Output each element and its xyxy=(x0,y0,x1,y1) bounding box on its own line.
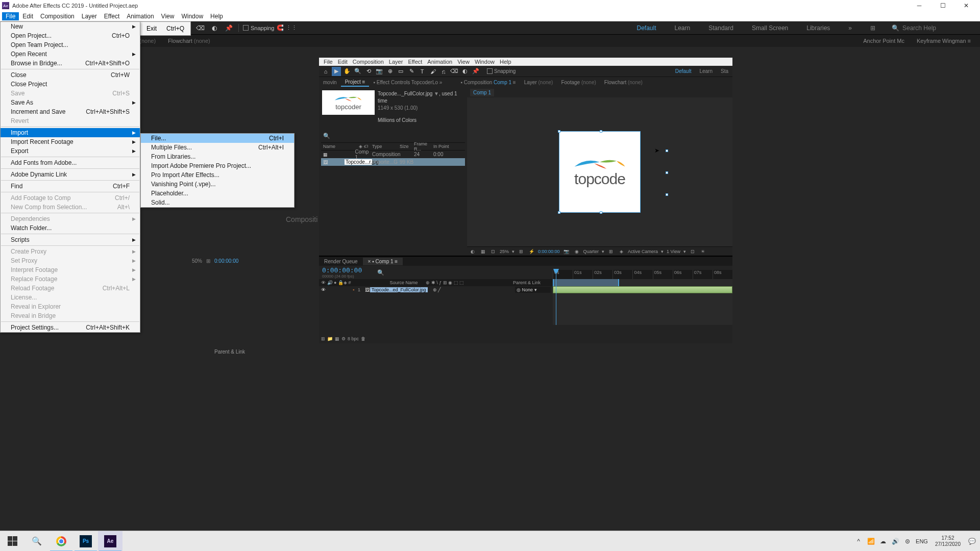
menu-file[interactable]: File xyxy=(2,12,19,20)
menu-exit[interactable]: Exit xyxy=(146,25,157,32)
viewer-timecode[interactable]: 0:00:00:00 xyxy=(538,249,560,254)
layer-name[interactable]: Topcode...ed_FullColor.jpg xyxy=(370,287,428,292)
outer-zoom-value[interactable]: 50% xyxy=(192,258,202,264)
inner-menu-window[interactable]: Window xyxy=(472,59,497,65)
menu-import[interactable]: Import▶ xyxy=(1,128,140,137)
inner-hand-tool-icon[interactable]: ✋ xyxy=(342,67,352,76)
taskbar-search[interactable]: 🔍 xyxy=(24,531,49,552)
clock[interactable]: 17:52 27/12/2020 xyxy=(935,535,961,547)
camera-dropdown[interactable]: Active Camera xyxy=(628,249,658,254)
inner-pen-tool-icon[interactable]: ✎ xyxy=(407,67,416,76)
menu-window[interactable]: Window xyxy=(178,12,207,20)
inner-brush-tool-icon[interactable]: 🖌 xyxy=(428,67,437,76)
menu-edit[interactable]: Edit xyxy=(19,12,37,20)
region-of-interest-icon[interactable]: ⊡ xyxy=(489,249,497,254)
volume-icon[interactable]: 🔊 xyxy=(891,538,899,545)
import-placeholder[interactable]: Placeholder... xyxy=(141,189,294,198)
exposure-icon[interactable]: ☀ xyxy=(699,249,706,254)
inner-home-icon[interactable]: ⌂ xyxy=(321,67,330,76)
work-area[interactable] xyxy=(553,279,619,286)
playhead[interactable] xyxy=(556,269,556,325)
inner-tab-layer[interactable]: Layer (none) xyxy=(520,79,557,86)
quality-dropdown[interactable]: Quarter xyxy=(583,249,599,254)
menu-open-team-project[interactable]: Open Team Project... xyxy=(1,40,140,49)
workspace-reset-icon[interactable]: ⊞ xyxy=(867,23,878,33)
composition-canvas[interactable]: topcode ➤ xyxy=(559,131,641,213)
snapping-toggle[interactable]: Snapping 🧲 ⋮⋮ xyxy=(243,24,297,31)
tab-keyframe-wingman[interactable]: Keyframe Wingman ≡ xyxy=(912,36,976,45)
menu-open-project[interactable]: Open Project...Ctrl+O xyxy=(1,31,140,40)
minimize-button[interactable]: ─ xyxy=(908,0,931,11)
wifi-icon[interactable]: 📶 xyxy=(867,538,875,545)
menu-increment-save[interactable]: Increment and SaveCtrl+Alt+Shift+S xyxy=(1,107,140,116)
interpret-icon[interactable]: ⊞ xyxy=(321,336,325,341)
eraser-tool-icon[interactable]: ⌫ xyxy=(194,23,206,33)
menu-save-as[interactable]: Save As▶ xyxy=(1,98,140,107)
inner-tab-movin[interactable]: movin xyxy=(319,79,341,86)
puppet-tool-icon[interactable]: 📌 xyxy=(223,23,234,33)
inner-menu-help[interactable]: Help xyxy=(497,59,514,65)
inner-tab-flowchart[interactable]: Flowchart (none) xyxy=(600,79,647,86)
composition-viewer[interactable]: topcode ➤ xyxy=(467,97,732,246)
menu-open-recent[interactable]: Open Recent▶ xyxy=(1,49,140,59)
tab-anchor-point[interactable]: Anchor Point Mc xyxy=(858,36,910,45)
alpha-icon[interactable]: ◐ xyxy=(469,249,476,254)
import-from-libraries[interactable]: From Libraries... xyxy=(141,152,294,161)
inner-menu-file[interactable]: File xyxy=(321,59,335,65)
timeline-timecode[interactable]: 0:00:00:00 xyxy=(322,266,362,274)
timeline-layer-row[interactable]: 👁 ▪ 1 🖼 Topcode...ed_FullColor.jpg ⊕ ╱ ◎… xyxy=(319,286,553,293)
menu-animation[interactable]: Animation xyxy=(123,12,157,20)
inner-menu-animation[interactable]: Animation xyxy=(425,59,455,65)
inner-menu-composition[interactable]: Composition xyxy=(350,59,386,65)
inner-workspace-learn[interactable]: Learn xyxy=(697,68,715,74)
menu-project-settings[interactable]: Project Settings...Ctrl+Alt+Shift+K xyxy=(1,323,140,332)
menu-find[interactable]: FindCtrl+F xyxy=(1,182,140,191)
help-search[interactable]: 🔍 xyxy=(892,24,974,32)
menu-browse-bridge[interactable]: Browse in Bridge...Ctrl+Alt+Shift+O xyxy=(1,59,140,68)
import-multiple-files[interactable]: Multiple Files...Ctrl+Alt+I xyxy=(141,143,294,152)
channel-icon[interactable]: ◉ xyxy=(573,249,580,254)
inner-roto-tool-icon[interactable]: ◐ xyxy=(460,67,470,76)
import-premiere-project[interactable]: Import Adobe Premiere Pro Project... xyxy=(141,161,294,170)
comp-tab[interactable]: Comp 1 xyxy=(470,89,494,96)
roto-tool-icon[interactable]: ◐ xyxy=(209,23,220,33)
snapshot-icon[interactable]: 📷 xyxy=(563,249,570,254)
inner-tab-effect-controls[interactable]: ▪ Effect Controls TopcoderLo » xyxy=(369,79,446,86)
workspace-overflow-icon[interactable]: » xyxy=(845,23,855,33)
menu-effect[interactable]: Effect xyxy=(101,12,123,20)
menu-add-fonts[interactable]: Add Fonts from Adobe... xyxy=(1,158,140,167)
inner-snapping[interactable]: Snapping xyxy=(487,68,516,74)
import-vanishing-point[interactable]: Vanishing Point (.vpe)... xyxy=(141,180,294,189)
menu-new[interactable]: New▶ xyxy=(1,22,140,31)
resolution-icon[interactable]: ⊞ xyxy=(518,249,525,254)
menu-view[interactable]: View xyxy=(158,12,178,20)
maximize-button[interactable]: ☐ xyxy=(931,0,954,11)
menu-watch-folder[interactable]: Watch Folder... xyxy=(1,223,140,233)
inner-puppet-tool-icon[interactable]: 📌 xyxy=(471,67,480,76)
inner-menu-layer[interactable]: Layer xyxy=(386,59,406,65)
inner-clone-tool-icon[interactable]: ⎌ xyxy=(439,67,448,76)
inner-menu-view[interactable]: View xyxy=(455,59,472,65)
inner-selection-tool-icon[interactable]: ▶ xyxy=(332,67,341,76)
taskbar-chrome[interactable] xyxy=(49,531,74,552)
timeline-search-icon[interactable]: 🔍 xyxy=(377,269,384,276)
search-input[interactable] xyxy=(902,24,974,32)
timeline-tracks[interactable]: 0s 01s 02s 03s 04s 05s 06s 07s 08s xyxy=(553,279,732,325)
close-button[interactable]: ✕ xyxy=(954,0,978,11)
outer-timecode[interactable]: 0:00:00:00 xyxy=(214,258,238,264)
workspace-small-screen[interactable]: Small Screen xyxy=(749,23,791,33)
menu-composition[interactable]: Composition xyxy=(37,12,78,20)
project-row-footage[interactable]: 🖼Topcode...r.jpg Importe...G 99 KB xyxy=(321,158,465,166)
project-row-comp[interactable]: ▦Comp 1 Composition 24 0:00 xyxy=(321,151,465,158)
taskbar-after-effects[interactable]: Ae xyxy=(98,531,122,552)
menu-layer[interactable]: Layer xyxy=(78,12,101,20)
menu-close[interactable]: CloseCtrl+W xyxy=(1,70,140,80)
outer-res-icon[interactable]: ⊞ xyxy=(206,258,210,264)
menu-close-project[interactable]: Close Project xyxy=(1,80,140,89)
inner-zoom-tool-icon[interactable]: 🔍 xyxy=(353,67,362,76)
inner-camera-tool-icon[interactable]: 📷 xyxy=(375,67,384,76)
parent-dropdown[interactable]: ◎ None ▾ xyxy=(515,287,551,293)
view-layout[interactable]: 1 View xyxy=(667,249,680,254)
inner-text-tool-icon[interactable]: T xyxy=(418,67,427,76)
workspace-standard[interactable]: Standard xyxy=(705,23,737,33)
